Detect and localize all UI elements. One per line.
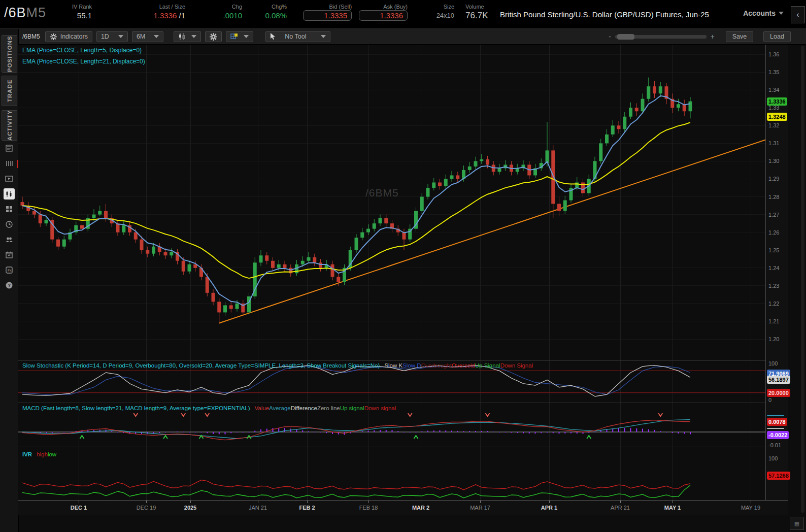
ask-button[interactable]: 1.3336 xyxy=(359,10,408,21)
chart-area[interactable]: EMA (Price=CLOSE, Length=5, Displace=0) … xyxy=(18,45,806,515)
widget-icon[interactable]: Fx xyxy=(4,264,15,276)
chg-pct-value: 0.08% xyxy=(265,10,287,21)
macd-histogram-bar xyxy=(207,432,208,433)
apps-grid-icon[interactable] xyxy=(4,204,15,215)
price-axis[interactable]: 1.361.351.341.331.321.311.301.291.281.27… xyxy=(765,45,788,500)
ema5-line xyxy=(22,96,690,306)
chart-icon[interactable] xyxy=(4,188,15,200)
stochastic-study-label[interactable]: Slow Stochastic (K Period=14, D Period=9… xyxy=(22,362,533,369)
history-clock-icon[interactable] xyxy=(4,219,15,230)
macd-histogram-bar xyxy=(654,430,655,432)
candlestick xyxy=(605,135,609,144)
macd-histogram-bar xyxy=(505,432,506,433)
time-tick-label: APR 21 xyxy=(611,505,630,511)
video-icon[interactable] xyxy=(4,173,15,184)
ivr-title[interactable]: IVR xyxy=(22,451,32,457)
macd-histogram-bar xyxy=(195,432,196,433)
macd-histogram-bar xyxy=(511,432,512,433)
symbol-root: /6B xyxy=(4,5,26,20)
macd-histogram-bar xyxy=(535,432,536,434)
macd-histogram-bar xyxy=(404,432,405,433)
legend-item: Zero line xyxy=(317,405,340,411)
resize-grip[interactable]: ▦ xyxy=(790,517,804,530)
candlestick xyxy=(432,182,435,188)
load-button[interactable]: Load xyxy=(763,31,791,42)
sidebar-tab-positions[interactable]: POSITIONS xyxy=(2,35,17,73)
ivr-study-label[interactable]: IVR highlow xyxy=(22,451,56,457)
accounts-menu[interactable]: Accounts xyxy=(743,9,784,17)
macd-histogram-bar xyxy=(397,431,398,432)
candlestick xyxy=(575,182,579,188)
timeframe-dropdown[interactable]: 1D xyxy=(96,31,128,42)
down-signal-arrow xyxy=(181,413,185,416)
time-tick xyxy=(421,501,421,503)
legend-item: Overbought xyxy=(421,362,452,369)
last-size-block: Last / Size 1.3336 /1 xyxy=(124,3,185,21)
down-signal-arrow xyxy=(133,413,138,416)
macd-histogram-bar xyxy=(630,428,631,432)
up-signal-arrow xyxy=(163,436,167,439)
order-queue-icon[interactable] xyxy=(4,158,15,169)
help-icon[interactable]: ? xyxy=(4,280,15,291)
macd-histogram-bar xyxy=(684,432,685,434)
stochastic-title[interactable]: Slow Stochastic (K Period=14, D Period=9… xyxy=(22,362,380,369)
macd-zero-badge xyxy=(767,428,784,429)
down-signal-arrow xyxy=(408,413,412,416)
candlestick xyxy=(39,215,42,224)
toolbar-symbol[interactable]: /6BM5 xyxy=(22,33,40,40)
zoom-slider[interactable] xyxy=(615,35,707,39)
save-button[interactable]: Save xyxy=(726,31,753,42)
legend-item: Up Signal xyxy=(475,362,500,369)
candlestick xyxy=(498,168,501,172)
range-dropdown[interactable]: 6M xyxy=(132,31,163,42)
community-icon[interactable] xyxy=(4,234,15,245)
zoom-out-button[interactable]: - xyxy=(609,32,611,41)
ema21-study-label[interactable]: EMA (Price=CLOSE, Length=21, Displace=0) xyxy=(22,58,145,65)
collapse-panel-button[interactable]: ‹ xyxy=(791,6,805,23)
active-tool-dropdown[interactable]: No Tool xyxy=(265,31,330,42)
time-tick-label: MAY 19 xyxy=(741,505,760,511)
candlestick xyxy=(355,238,358,250)
time-axis[interactable]: DEC 1DEC 192025JAN 21FEB 2FEB 18MAR 2MAR… xyxy=(18,500,788,515)
candlestick xyxy=(379,218,382,224)
indicators-button[interactable]: Indicators xyxy=(45,31,92,42)
macd-title[interactable]: MACD (Fast length=8, Slow length=21, MAC… xyxy=(22,405,250,411)
candlestick xyxy=(438,182,442,186)
candlestick xyxy=(164,252,167,255)
macd-histogram-bar xyxy=(326,432,327,433)
range-value: 6M xyxy=(137,33,145,40)
drawing-tools-dropdown[interactable] xyxy=(226,31,253,42)
macd-histogram-bar xyxy=(690,432,691,434)
chart-settings-button[interactable] xyxy=(205,31,222,42)
news-icon[interactable] xyxy=(4,143,15,154)
calendar-icon[interactable] xyxy=(4,249,15,260)
sidebar-tab-activity[interactable]: ACTIVITY xyxy=(2,110,17,141)
zoom-in-button[interactable]: + xyxy=(711,32,715,41)
pane-divider[interactable] xyxy=(18,360,788,361)
accounts-label: Accounts xyxy=(743,9,776,17)
candlestick xyxy=(373,223,376,229)
price-tick-label: 1.25 xyxy=(768,247,779,253)
chevron-left-icon: ‹ xyxy=(796,10,799,19)
macd-histogram-bar xyxy=(469,431,470,432)
timeframe-value: 1D xyxy=(101,33,109,40)
pane-divider[interactable] xyxy=(18,403,788,403)
macd-study-label[interactable]: MACD (Fast length=8, Slow length=21, MAC… xyxy=(22,405,396,411)
chart-type-dropdown[interactable] xyxy=(174,31,201,42)
time-tick-label: FEB 18 xyxy=(359,505,378,511)
legend-item: Slow K xyxy=(384,362,402,369)
ivr-pane[interactable] xyxy=(18,447,765,500)
candlestick xyxy=(188,264,191,272)
pane-divider[interactable] xyxy=(18,447,788,447)
ema5-study-label[interactable]: EMA (Price=CLOSE, Length=5, Displace=0) xyxy=(22,47,142,54)
candlestick xyxy=(134,232,138,240)
zoom-slider-thumb[interactable] xyxy=(617,34,634,40)
price-tick-label: 1.26 xyxy=(768,229,779,236)
price-pane[interactable] xyxy=(18,45,765,360)
bid-button[interactable]: 1.3335 xyxy=(303,10,352,21)
macd-histogram-bar xyxy=(612,428,613,432)
macd-histogram-bar xyxy=(386,430,387,432)
macd-axis-label: -0.01 xyxy=(768,442,781,448)
vertical-scrollbar[interactable] xyxy=(801,46,804,513)
sidebar-tab-trade[interactable]: TRADE xyxy=(2,76,17,106)
